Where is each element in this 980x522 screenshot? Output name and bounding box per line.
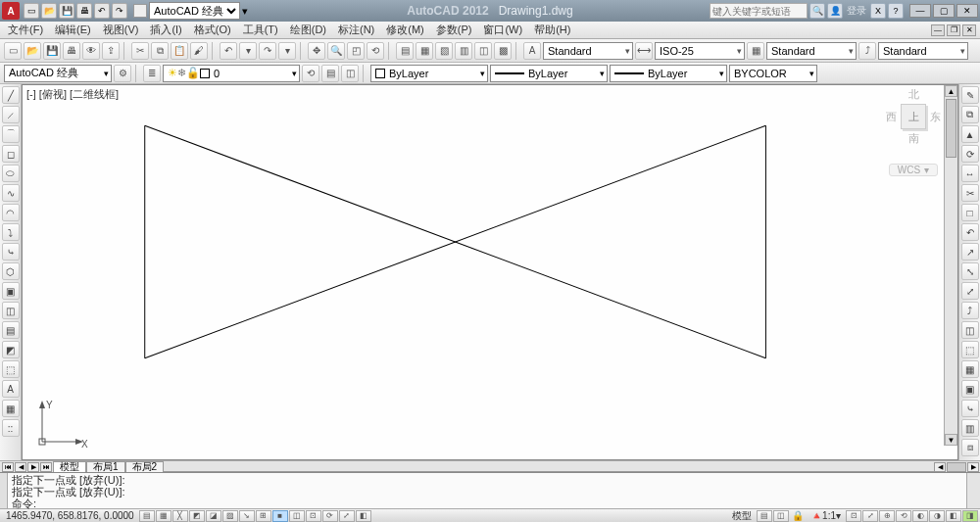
draw-line-icon[interactable]: ╱	[2, 86, 20, 104]
redo-list-icon[interactable]: ▾	[278, 42, 296, 60]
save-icon[interactable]: 💾	[43, 42, 61, 60]
modify-fillet-icon[interactable]: ▦	[961, 360, 979, 378]
cmdwin-handle[interactable]	[0, 473, 8, 508]
draw-revcloud-icon[interactable]: ⤵	[2, 223, 20, 241]
modify-erase-icon[interactable]: ✎	[961, 86, 979, 104]
publish-icon[interactable]: ⇪	[102, 42, 120, 60]
tab-model[interactable]: 模型	[53, 461, 86, 472]
draw-arc-icon[interactable]: ∿	[2, 184, 20, 202]
qat-more-icon[interactable]: ▾	[242, 5, 248, 18]
match-icon[interactable]: 🖌	[190, 42, 208, 60]
status-qp-icon[interactable]: ⟳	[322, 510, 338, 522]
statusr-d-icon[interactable]: ⤢	[862, 510, 878, 522]
menu-modify[interactable]: 修改(M)	[382, 23, 428, 37]
menu-insert[interactable]: 插入(I)	[146, 23, 185, 37]
linetype-combo[interactable]: ByLayer	[490, 65, 608, 82]
tab-layout2[interactable]: 布局2	[125, 461, 165, 472]
draw-polygon-icon[interactable]: ◻	[2, 145, 20, 163]
status-ducs-icon[interactable]: ⊞	[256, 510, 271, 522]
plotstyle-combo[interactable]: BYCOLOR	[729, 65, 817, 82]
zoom-prev-icon[interactable]: ⟲	[367, 42, 384, 60]
qat-save-icon[interactable]: 💾	[59, 3, 74, 19]
statusr-c-icon[interactable]: ⊡	[846, 510, 861, 522]
draw-spline-icon[interactable]: ⤷	[2, 243, 20, 261]
dimstyle-combo[interactable]: ISO-25	[655, 42, 745, 60]
modify-extend-icon[interactable]: ⤢	[961, 282, 979, 300]
vertical-scrollbar[interactable]: ▲ ▼	[944, 85, 957, 446]
workspace-selector-top[interactable]: AutoCAD 经典 ▾	[133, 2, 248, 20]
draw-circle-icon[interactable]: ◠	[2, 204, 20, 221]
color-combo[interactable]: ByLayer	[370, 65, 488, 82]
draw-table-icon[interactable]: A	[2, 380, 20, 398]
status-snap-icon[interactable]: ▤	[139, 510, 155, 522]
modify-break-icon[interactable]: ⤴	[961, 302, 979, 319]
qat-print-icon[interactable]: 🖶	[76, 3, 92, 19]
draw-point-icon[interactable]: ◫	[2, 302, 20, 319]
tab-nav-last-icon[interactable]: ⏭	[40, 462, 52, 472]
hscroll-left-icon[interactable]: ◀	[934, 462, 946, 472]
modify-chamfer-icon[interactable]: ⬚	[961, 341, 979, 358]
tablestyle-combo[interactable]: Standard	[766, 42, 857, 60]
statusr-e-icon[interactable]: ⊕	[879, 510, 895, 522]
statusr-b-icon[interactable]: ◫	[773, 510, 789, 522]
status-otrack-icon[interactable]: ↘	[239, 510, 255, 522]
modify-scale-icon[interactable]: ↶	[961, 223, 979, 241]
open-icon[interactable]: 📂	[24, 42, 41, 60]
modify-b-icon[interactable]: ▥	[961, 419, 979, 437]
draw-hatch-icon[interactable]: ▤	[2, 321, 20, 339]
preview-icon[interactable]: 👁	[82, 42, 100, 60]
modify-explode-icon[interactable]: ▣	[961, 380, 979, 398]
print-icon[interactable]: 🖶	[63, 42, 80, 60]
modify-a-icon[interactable]: ⤷	[961, 400, 979, 417]
new-icon[interactable]: ▭	[4, 42, 22, 60]
qat-open-icon[interactable]: 📂	[41, 3, 57, 19]
tab-nav-prev-icon[interactable]: ◀	[15, 462, 26, 472]
modify-copy-icon[interactable]: ⧉	[961, 106, 979, 123]
layer-prev-icon[interactable]: ⟲	[302, 65, 319, 82]
workspace-dropdown-top[interactable]: AutoCAD 经典	[149, 2, 240, 20]
draw-xline-icon[interactable]: ⟋	[2, 106, 20, 123]
textstyle-icon[interactable]: A	[523, 42, 541, 60]
status-coords[interactable]: 1465.9470, 658.8176, 0.0000	[2, 510, 138, 521]
status-grid-icon[interactable]: ▦	[156, 510, 172, 522]
signin-icon[interactable]: 👤	[827, 3, 843, 19]
copy-icon[interactable]: ⧉	[151, 42, 169, 60]
mdi-close-button[interactable]: ✕	[962, 24, 976, 36]
search-icon[interactable]: 🔍	[809, 3, 825, 19]
status-polar-icon[interactable]: ◩	[189, 510, 205, 522]
textstyle-combo[interactable]: Standard	[543, 42, 633, 60]
menu-window[interactable]: 窗口(W)	[479, 23, 526, 37]
zoom-realtime-icon[interactable]: 🔍	[327, 42, 345, 60]
tab-layout1[interactable]: 布局1	[86, 461, 125, 472]
status-dyn-icon[interactable]: ■	[272, 510, 288, 522]
hscroll-thumb[interactable]	[947, 462, 966, 472]
mleader-icon[interactable]: ⤴	[858, 42, 876, 60]
scroll-down-icon[interactable]: ▼	[945, 434, 957, 446]
dimstyle-icon[interactable]: ⟷	[635, 42, 653, 60]
menu-dimension[interactable]: 标注(N)	[334, 23, 378, 37]
properties-icon[interactable]: ▤	[396, 42, 414, 60]
app-menu-icon[interactable]: A	[2, 2, 20, 20]
markup-icon[interactable]: ◫	[474, 42, 492, 60]
sheetset-icon[interactable]: ▥	[455, 42, 472, 60]
status-tpy-icon[interactable]: ⊡	[306, 510, 321, 522]
modify-offset-icon[interactable]: ⟳	[961, 145, 979, 163]
exchange-icon[interactable]: X	[870, 3, 886, 19]
command-window[interactable]: 指定下一点或 [放弃(U)]: 指定下一点或 [放弃(U)]: 命令:	[0, 472, 980, 508]
pan-icon[interactable]: ✥	[308, 42, 325, 60]
viewcube[interactable]: 北 西 上 东 南 WCS▾	[879, 87, 948, 185]
menu-parametric[interactable]: 参数(P)	[432, 23, 476, 37]
statusr-f-icon[interactable]: ⟲	[896, 510, 911, 522]
draw-ellipse-icon[interactable]: ⬡	[2, 262, 20, 280]
hscroll-right-icon[interactable]: ▶	[967, 462, 979, 472]
tab-nav-next-icon[interactable]: ▶	[27, 462, 39, 472]
qcalc-icon[interactable]: ▩	[494, 42, 512, 60]
paste-icon[interactable]: 📋	[171, 42, 188, 60]
undo2-icon[interactable]: ↶	[220, 42, 237, 60]
toolpalette-icon[interactable]: ▧	[435, 42, 453, 60]
modify-join-icon[interactable]: ◫	[961, 321, 979, 339]
menu-help[interactable]: 帮助(H)	[530, 23, 574, 37]
layer-state-icon[interactable]: ▤	[321, 65, 339, 82]
status-osnap-icon[interactable]: ◪	[206, 510, 221, 522]
tab-nav-first-icon[interactable]: ⏮	[2, 462, 14, 472]
